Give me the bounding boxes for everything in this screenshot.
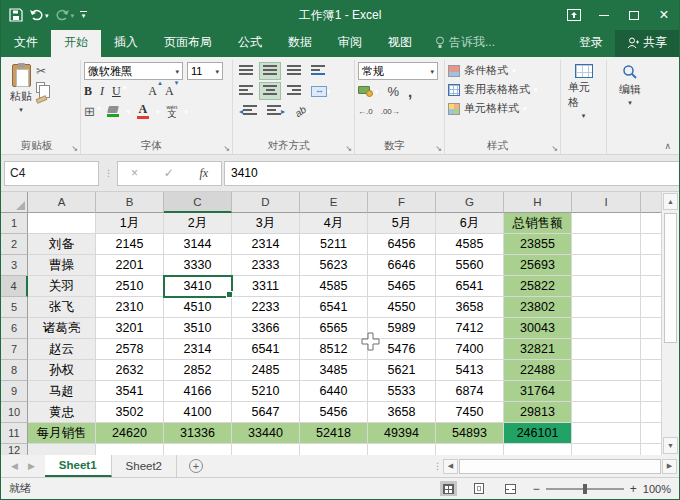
row-header-12[interactable]: 12 [1,444,28,455]
cell-B12[interactable] [96,444,164,455]
cell-I10[interactable] [572,402,641,423]
cell-C11[interactable]: 31336 [164,423,232,444]
cell-G3[interactable]: 5560 [436,255,504,276]
align-center-button[interactable] [260,83,280,99]
chevron-down-icon[interactable]: ▾ [45,12,49,19]
scroll-right-icon[interactable]: ▶ [662,459,677,474]
cell-E4[interactable]: 4585 [300,276,368,297]
phonetic-guide-button[interactable]: wén文 [166,104,177,119]
scroll-left-icon[interactable]: ◀ [443,459,458,474]
sheet-tab-Sheet2[interactable]: Sheet2 [112,455,177,477]
zoom-slider[interactable] [546,488,624,490]
cell-D1[interactable]: 3月 [232,213,300,234]
insert-function-button[interactable]: fx [199,166,208,181]
cell-F5[interactable]: 4550 [368,297,436,318]
cell-A9[interactable]: 马超 [28,381,96,402]
row-header-6[interactable]: 6 [1,318,28,339]
cell-D6[interactable]: 3366 [232,318,300,339]
column-header-I[interactable]: I [572,192,641,213]
cell-F3[interactable]: 6646 [368,255,436,276]
cell-E6[interactable]: 6565 [300,318,368,339]
row-header-3[interactable]: 3 [1,255,28,276]
zoom-out-button[interactable]: − [533,482,540,496]
increase-decimal-button[interactable]: ←.0 [358,107,373,116]
tab-数据[interactable]: 数据 [275,29,325,57]
cell-G5[interactable]: 3658 [436,297,504,318]
cell-G4[interactable]: 6541 [436,276,504,297]
tab-插入[interactable]: 插入 [101,29,151,57]
cell-I1[interactable] [572,213,641,234]
cell-E11[interactable]: 52418 [300,423,368,444]
cell-G6[interactable]: 7412 [436,318,504,339]
cell-I6[interactable] [572,318,641,339]
cell-F4[interactable]: 5465 [368,276,436,297]
tab-审阅[interactable]: 审阅 [325,29,375,57]
zoom-slider-thumb[interactable] [583,484,587,494]
dialog-launcher-icon[interactable]: ↘ [71,144,78,153]
row-header-10[interactable]: 10 [1,402,28,423]
cell-F11[interactable]: 49394 [368,423,436,444]
cell-I5[interactable] [572,297,641,318]
customize-qat-button[interactable]: ▾ [80,11,87,19]
cell-A2[interactable]: 刘备 [28,234,96,255]
cell-C4[interactable]: 3410 [164,276,232,297]
cell-B8[interactable]: 2632 [96,360,164,381]
font-size-combo[interactable]: 11▾ [187,62,223,80]
cell-D2[interactable]: 2314 [232,234,300,255]
cell-B9[interactable]: 3541 [96,381,164,402]
cell-B2[interactable]: 2145 [96,234,164,255]
cell-E5[interactable]: 6541 [300,297,368,318]
cell-I7[interactable] [572,339,641,360]
fill-color-button[interactable] [107,106,119,117]
sheet-tab-Sheet1[interactable]: Sheet1 [45,455,112,477]
bold-button[interactable]: B [84,84,92,99]
scroll-up-icon[interactable]: ▲ [663,193,678,210]
cell-E2[interactable]: 5211 [300,234,368,255]
sign-in-button[interactable]: 登录 [567,29,615,57]
decrease-decimal-button[interactable]: .00→ [381,107,400,116]
horizontal-scrollbar-thumb[interactable] [459,459,661,474]
cell-H2[interactable]: 23855 [504,234,572,255]
cell-I8[interactable] [572,360,641,381]
align-right-button[interactable] [284,83,304,99]
cell-H1[interactable]: 总销售额 [504,213,572,234]
horizontal-scrollbar[interactable]: ◀ ▶ [441,455,679,477]
cell-C9[interactable]: 4166 [164,381,232,402]
sheetbar-grab-handle[interactable]: ⋮ [433,461,441,471]
orientation-button[interactable]: ab▾ [292,104,313,119]
cell-C1[interactable]: 2月 [164,213,232,234]
format-as-table-button[interactable]: 套用表格格式▾ [448,80,557,99]
cell-G8[interactable]: 5413 [436,360,504,381]
cell-F2[interactable]: 6456 [368,234,436,255]
cell-B7[interactable]: 2578 [96,339,164,360]
cell-H5[interactable]: 23802 [504,297,572,318]
cell-C5[interactable]: 4510 [164,297,232,318]
column-header-G[interactable]: G [436,192,504,213]
zoom-in-button[interactable]: + [630,482,637,496]
cell-E9[interactable]: 6440 [300,381,368,402]
cell-A11[interactable]: 每月销售 [28,423,96,444]
cell-G11[interactable]: 54893 [436,423,504,444]
ribbon-display-options-button[interactable] [559,0,589,30]
column-header-A[interactable]: A [28,192,96,213]
cell-I3[interactable] [572,255,641,276]
cell-E3[interactable]: 5623 [300,255,368,276]
cell-I2[interactable] [572,234,641,255]
row-header-11[interactable]: 11 [1,423,28,444]
cell-A8[interactable]: 孙权 [28,360,96,381]
cell-I9[interactable] [572,381,641,402]
cell-A7[interactable]: 赵云 [28,339,96,360]
cell-A5[interactable]: 张飞 [28,297,96,318]
cell-G10[interactable]: 7450 [436,402,504,423]
tab-开始[interactable]: 开始 [51,29,101,57]
cell-I4[interactable] [572,276,641,297]
cell-D10[interactable]: 5647 [232,402,300,423]
tab-file[interactable]: 文件 [1,29,51,57]
formula-input[interactable]: 3410 [224,161,679,186]
cell-A10[interactable]: 黄忠 [28,402,96,423]
merge-center-button[interactable]: ▾ [308,84,334,99]
cell-H12[interactable] [504,444,572,455]
comma-style-button[interactable]: , [408,83,412,100]
cell-H3[interactable]: 25693 [504,255,572,276]
cell-B10[interactable]: 3502 [96,402,164,423]
